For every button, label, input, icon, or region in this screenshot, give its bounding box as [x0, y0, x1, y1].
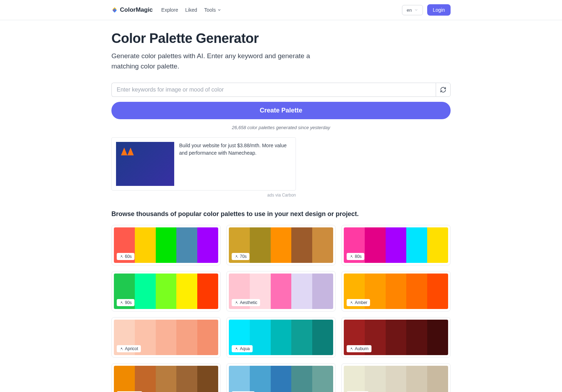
color-swatch: [229, 366, 250, 392]
color-swatch: [291, 274, 312, 309]
palette-card[interactable]: Aqua: [226, 317, 336, 358]
sparkle-icon: [349, 255, 353, 259]
color-swatch: [427, 227, 448, 263]
sparkle-icon: [349, 347, 353, 351]
palette-grid: 60s70s80s90sAestheticAmberApricotAquaAub…: [111, 225, 451, 392]
palette-label: Aesthetic: [232, 299, 260, 306]
refresh-icon: [440, 87, 446, 93]
palette-label: 60s: [117, 253, 134, 260]
color-swatch: [135, 227, 156, 263]
color-swatch: [365, 227, 386, 263]
color-swatch: [176, 227, 197, 263]
palette-card[interactable]: 60s: [111, 225, 221, 265]
color-swatch: [156, 227, 177, 263]
palette-swatches: 90s: [114, 274, 218, 309]
color-swatch: [291, 227, 312, 263]
color-swatch: [344, 366, 365, 392]
ad-attribution: ads via Carbon: [111, 193, 296, 198]
palette-card[interactable]: Beach: [226, 363, 336, 392]
palette-swatches: Autumn: [114, 366, 218, 392]
palette-label: Auburn: [347, 345, 371, 352]
palette-label: 70s: [232, 253, 249, 260]
color-swatch: [386, 366, 407, 392]
palette-card[interactable]: Autumn: [111, 363, 221, 392]
nav-tools[interactable]: Tools: [204, 7, 222, 13]
palette-swatches: Apricot: [114, 320, 218, 355]
color-swatch: [250, 320, 271, 355]
palette-swatches: 80s: [344, 227, 448, 263]
palette-card[interactable]: Amber: [341, 271, 451, 311]
color-swatch: [406, 227, 427, 263]
browse-heading: Browse thousands of popular color palett…: [111, 210, 451, 218]
palette-card[interactable]: Auburn: [341, 317, 451, 358]
palette-swatches: Aqua: [229, 320, 333, 355]
login-button[interactable]: Login: [427, 4, 451, 16]
color-swatch: [156, 320, 177, 355]
color-swatch: [386, 274, 407, 309]
color-swatch: [312, 366, 333, 392]
palette-name: 80s: [355, 254, 362, 259]
palette-card[interactable]: 80s: [341, 225, 451, 265]
palette-card[interactable]: 90s: [111, 271, 221, 311]
color-swatch: [365, 366, 386, 392]
color-swatch: [176, 274, 197, 309]
palette-name: 70s: [240, 254, 247, 259]
color-swatch: [291, 366, 312, 392]
palette-swatches: Beige: [344, 366, 448, 392]
ad-text: Build your website for just $3.88/mth. M…: [179, 142, 291, 186]
color-swatch: [427, 366, 448, 392]
header: ColorMagic Explore Liked Tools en Login: [0, 0, 562, 20]
palette-swatches: Beach: [229, 366, 333, 392]
refresh-button[interactable]: [436, 83, 451, 97]
palette-swatches: 70s: [229, 227, 333, 263]
palette-label: 90s: [117, 299, 134, 306]
color-swatch: [197, 366, 218, 392]
palette-swatches: Auburn: [344, 320, 448, 355]
sparkle-icon: [120, 347, 123, 351]
palette-name: Aesthetic: [240, 300, 257, 305]
color-swatch: [427, 274, 448, 309]
palette-name: 90s: [125, 300, 132, 305]
ad-image: [116, 142, 174, 186]
keyword-input[interactable]: [111, 83, 436, 97]
palette-name: Amber: [355, 300, 367, 305]
color-swatch: [406, 366, 427, 392]
sparkle-icon: [235, 301, 238, 305]
nav-tools-label: Tools: [204, 7, 216, 13]
color-swatch: [197, 320, 218, 355]
palette-card[interactable]: 70s: [226, 225, 336, 265]
color-swatch: [176, 366, 197, 392]
palette-card[interactable]: Aesthetic: [226, 271, 336, 311]
brand-name: ColorMagic: [120, 6, 153, 13]
chevron-down-icon: [414, 8, 418, 12]
sparkle-icon: [120, 255, 123, 259]
color-swatch: [250, 227, 271, 263]
nav-explore[interactable]: Explore: [161, 7, 178, 13]
color-swatch: [197, 227, 218, 263]
palette-card[interactable]: Apricot: [111, 317, 221, 358]
color-swatch: [406, 320, 427, 355]
nav-liked[interactable]: Liked: [185, 7, 197, 13]
sparkle-icon: [349, 301, 353, 305]
palette-name: Apricot: [125, 346, 138, 351]
color-swatch: [291, 320, 312, 355]
color-swatch: [135, 274, 156, 309]
keyword-input-row: [111, 83, 451, 97]
main-nav: Explore Liked Tools: [161, 7, 222, 13]
sparkle-icon: [120, 301, 123, 305]
language-select[interactable]: en: [402, 5, 423, 15]
palette-label: Apricot: [117, 345, 141, 352]
chevron-down-icon: [217, 8, 221, 12]
color-swatch: [312, 227, 333, 263]
color-swatch: [135, 366, 156, 392]
main-content: Color Palette Generator Generate color p…: [111, 20, 451, 392]
palette-name: Aqua: [240, 346, 250, 351]
logo-icon: [111, 7, 118, 13]
color-swatch: [271, 274, 292, 309]
logo[interactable]: ColorMagic: [111, 6, 153, 13]
color-swatch: [312, 274, 333, 309]
palette-card[interactable]: Beige: [341, 363, 451, 392]
color-swatch: [271, 227, 292, 263]
create-palette-button[interactable]: Create Palette: [111, 102, 451, 119]
ad-box[interactable]: Build your website for just $3.88/mth. M…: [111, 137, 296, 191]
